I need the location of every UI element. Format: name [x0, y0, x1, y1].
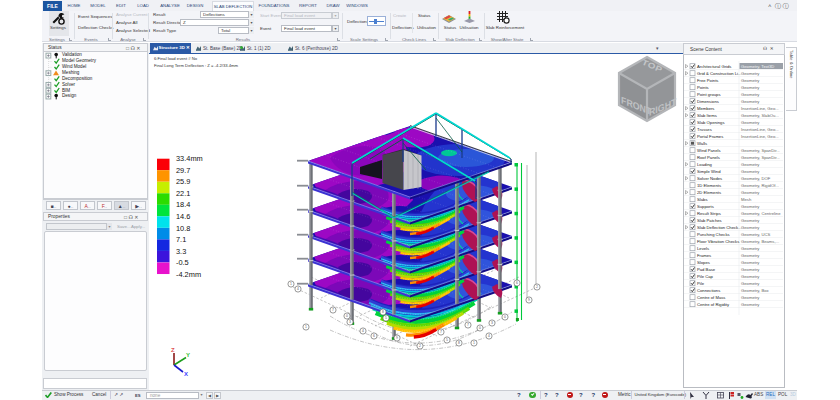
svg-text:Geometry: Geometry — [741, 225, 760, 230]
svg-text:4: 4 — [297, 287, 299, 291]
svg-text:Slopes: Slopes — [697, 260, 710, 265]
svg-text:14.6: 14.6 — [176, 212, 190, 221]
svg-text:Portal Frames: Portal Frames — [697, 134, 723, 139]
svg-text:Geometry: Geometry — [741, 246, 760, 251]
svg-text:Architectural Grids: Architectural Grids — [697, 64, 731, 69]
svg-text:5: 5 — [446, 338, 448, 342]
svg-text:Dimensions: Dimensions — [697, 99, 719, 104]
svg-text:7: 7 — [332, 308, 334, 312]
svg-text:Punching Checks: Punching Checks — [697, 232, 730, 237]
svg-text:9: 9 — [396, 336, 398, 340]
svg-text:Loading: Loading — [697, 162, 713, 167]
svg-text:X: X — [184, 371, 188, 377]
svg-text:Geometry, SpanDir...: Geometry, SpanDir... — [741, 148, 780, 153]
svg-text:Geometry: Geometry — [741, 302, 760, 307]
svg-text:Supports: Supports — [697, 204, 714, 209]
svg-text:InsertionLine, Geo...: InsertionLine, Geo... — [741, 127, 779, 132]
svg-text:Points: Points — [697, 85, 709, 90]
svg-text:Geometry: Geometry — [741, 85, 760, 90]
svg-text:Geometry: Geometry — [741, 71, 760, 76]
svg-text:Geometry, Beams,...: Geometry, Beams,... — [741, 239, 779, 244]
svg-text:InsertionLine, Geo...: InsertionLine, Geo... — [741, 134, 779, 139]
svg-text:10.8: 10.8 — [176, 224, 190, 233]
svg-text:Geometry: Geometry — [741, 190, 760, 195]
svg-text:Geometry: Geometry — [741, 218, 760, 223]
svg-text:Geometry: Geometry — [741, 162, 760, 167]
svg-text:Connections: Connections — [697, 288, 720, 293]
svg-text:Floor Vibration Checks: Floor Vibration Checks — [697, 239, 739, 244]
svg-text:Slab Items: Slab Items — [697, 113, 717, 118]
svg-text:Centre of Mass: Centre of Mass — [697, 295, 725, 300]
svg-text:0: 0 — [504, 315, 506, 319]
svg-text:0: 0 — [479, 326, 481, 330]
svg-text:Simple Wind: Simple Wind — [697, 169, 721, 174]
svg-text:7: 7 — [440, 330, 442, 334]
svg-text:Free Points: Free Points — [697, 78, 718, 83]
svg-text:Y: Y — [186, 352, 190, 358]
svg-text:-0.5: -0.5 — [176, 258, 189, 267]
svg-text:33.4mm: 33.4mm — [176, 154, 203, 163]
svg-text:Levels: Levels — [697, 246, 709, 251]
svg-text:8: 8 — [382, 310, 384, 314]
svg-text:3: 3 — [491, 321, 493, 325]
svg-text:Slab Patches: Slab Patches — [697, 218, 722, 223]
svg-text:6: 6 — [516, 281, 518, 285]
svg-text:Geometry: Geometry — [741, 169, 760, 174]
svg-text:3.3: 3.3 — [176, 247, 186, 256]
svg-text:Wind Panels: Wind Panels — [697, 148, 721, 153]
svg-text:Geometry: Geometry — [741, 260, 760, 265]
svg-text:Roof Panels: Roof Panels — [697, 155, 720, 160]
svg-text:Mesh: Mesh — [741, 197, 752, 202]
svg-text:4: 4 — [488, 334, 490, 338]
svg-text:Geometry, SpanDir...: Geometry, SpanDir... — [741, 155, 780, 160]
svg-text:Geometry, RigidOf...: Geometry, RigidOf... — [741, 183, 779, 188]
svg-text:7: 7 — [467, 323, 469, 327]
svg-text:-4.2mm: -4.2mm — [176, 270, 201, 279]
svg-text:Slab Deflection Check...: Slab Deflection Check... — [697, 225, 742, 230]
svg-text:18.4: 18.4 — [176, 200, 190, 209]
svg-text:2: 2 — [536, 285, 538, 289]
svg-text:0: 0 — [346, 314, 348, 318]
svg-text:Frames: Frames — [697, 253, 711, 258]
svg-text:Geometry: Geometry — [741, 281, 760, 286]
svg-text:Geometry: Geometry — [741, 267, 760, 272]
svg-text:Geometry: Geometry — [741, 295, 760, 300]
svg-text:Geometry: Geometry — [741, 253, 760, 258]
svg-text:Geometry: Geometry — [741, 92, 760, 97]
svg-text:2: 2 — [419, 344, 421, 348]
svg-text:Z: Z — [171, 347, 175, 353]
svg-text:4: 4 — [362, 329, 364, 333]
svg-text:5: 5 — [385, 316, 387, 320]
svg-text:Result Strips: Result Strips — [697, 211, 721, 216]
svg-text:6: 6 — [373, 334, 375, 338]
svg-text:3: 3 — [349, 320, 351, 324]
svg-text:Geometry, UCS: Geometry, UCS — [741, 232, 770, 237]
svg-text:1D Elements: 1D Elements — [697, 183, 721, 188]
svg-text:8: 8 — [458, 341, 460, 345]
svg-text:Pad Base: Pad Base — [697, 267, 716, 272]
svg-text:9: 9 — [528, 298, 530, 302]
svg-text:Geometry, Box: Geometry, Box — [741, 288, 770, 293]
svg-text:Trusses: Trusses — [697, 127, 712, 132]
svg-text:Geometry: Geometry — [741, 99, 760, 104]
svg-text:25.9: 25.9 — [176, 177, 190, 186]
svg-text:Pile: Pile — [697, 281, 705, 286]
svg-text:Geometry, DOF: Geometry, DOF — [741, 176, 771, 181]
svg-text:Grid & Construction Li...: Grid & Construction Li... — [697, 71, 741, 76]
svg-text:Slabs: Slabs — [697, 197, 707, 202]
svg-text:Centre of Rigidity: Centre of Rigidity — [697, 302, 730, 307]
svg-text:Geometry: Geometry — [741, 274, 760, 279]
svg-text:Walls: Walls — [697, 141, 707, 146]
svg-text:22.1: 22.1 — [176, 189, 190, 198]
svg-text:InsertionLine, Geo...: InsertionLine, Geo... — [741, 106, 779, 111]
svg-text:Final Long Term Deflection : Z: Final Long Term Deflection : Z = -4.2/33… — [154, 63, 239, 68]
svg-text:Point groups: Point groups — [697, 92, 721, 97]
svg-text:Members: Members — [697, 106, 714, 111]
svg-text:1: 1 — [305, 325, 307, 329]
svg-text:Solver Nodes: Solver Nodes — [697, 176, 722, 181]
svg-text:Geometry, Text3D: Geometry, Text3D — [741, 64, 774, 69]
svg-text:Pile Cap: Pile Cap — [697, 274, 713, 279]
svg-text:Geometry, Centreline: Geometry, Centreline — [741, 211, 781, 216]
svg-text:2D Elements: 2D Elements — [697, 190, 721, 195]
svg-text:Slab Openings: Slab Openings — [697, 120, 724, 125]
